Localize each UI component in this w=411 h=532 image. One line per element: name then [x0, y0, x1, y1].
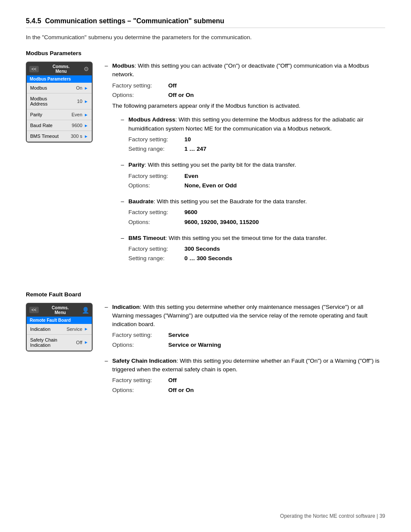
menu-row-parity[interactable]: Parity Even ►	[27, 109, 92, 120]
options-value: 1 … 247	[184, 145, 385, 153]
baudrate-text: Baudrate: With this setting you set the …	[128, 197, 385, 229]
remote-text-content: – Indication: With this setting you dete…	[105, 303, 385, 402]
row-name: Indication	[30, 327, 50, 332]
factory-value: 300 Seconds	[184, 245, 385, 253]
modbus-bullet-text: Modbus: With this setting you can activa…	[112, 62, 385, 271]
param-name: BMS Timeout	[128, 235, 165, 241]
options-label: Options:	[128, 218, 184, 227]
options-value: 0 … 300 Seconds	[184, 254, 385, 263]
dash: –	[121, 161, 125, 192]
factory-label: Factory setting:	[112, 376, 168, 385]
row-value: Service ►	[66, 327, 88, 332]
section-title: 5.4.5 Communication settings – "Communic…	[26, 17, 385, 28]
options-value: None, Even or Odd	[184, 181, 385, 190]
arrow-icon: ►	[84, 112, 88, 117]
modbus-note: The following parameters appear only if …	[112, 102, 385, 110]
remote-submenu-label: Remote Fault Board	[27, 317, 92, 324]
options-value: Off or On	[168, 386, 385, 395]
bullet-baudrate: – Baudrate: With this setting you set th…	[121, 197, 385, 229]
param-name: Indication	[112, 304, 140, 310]
menu-row-indication[interactable]: Indication Service ►	[27, 324, 92, 335]
header-title: Comms. Menu	[52, 305, 68, 315]
indication-text: Indication: With this setting you determ…	[112, 303, 385, 352]
dash: –	[121, 197, 125, 229]
bms-timeout-text: BMS Timeout: With this setting you set t…	[128, 234, 385, 265]
bullet-parity: – Parity: With this setting you set the …	[121, 161, 385, 192]
menu-row-modbus-address[interactable]: ModbusAddress 10 ►	[27, 93, 92, 109]
arrow-icon: ►	[84, 327, 88, 331]
remote-content-block: << Comms. Menu 👤 Remote Fault Board Indi…	[26, 303, 385, 402]
page-footer: Operating the Nortec ME control software…	[280, 513, 385, 519]
section-heading: Communication settings – "Communication"…	[45, 17, 224, 25]
header-title: Comms. Menu	[53, 64, 69, 74]
arrow-icon: ►	[84, 99, 88, 104]
arrow-icon: ►	[84, 123, 88, 128]
options-label: Options:	[128, 181, 184, 190]
safety-chain-params: Factory setting: Off Options: Off or On	[112, 376, 385, 395]
dash: –	[105, 357, 108, 397]
remote-device-ui: << Comms. Menu 👤 Remote Fault Board Indi…	[26, 303, 93, 402]
row-value: Even ►	[72, 112, 88, 117]
options-label: Options:	[112, 341, 168, 349]
param-name: Safety Chain Indication	[112, 358, 177, 364]
param-name: Baudrate	[128, 198, 154, 205]
factory-label: Factory setting:	[128, 208, 184, 217]
param-name: Parity	[128, 162, 145, 168]
bullet-indication: – Indication: With this setting you dete…	[105, 303, 385, 352]
menu-row-modbus[interactable]: Modbus On ►	[27, 83, 92, 93]
modbus-content-block: << Comms. Menu ⚙ Modbus Parameters Modbu…	[26, 62, 385, 276]
factory-value: Off	[168, 81, 385, 90]
factory-value: Off	[168, 376, 385, 385]
modbus-header: << Comms. Menu ⚙	[27, 62, 92, 75]
options-value: Off or On	[168, 91, 385, 100]
modbus-params: Factory setting: Off Options: Off or On	[112, 81, 385, 100]
remote-section: Remote Fault Board << Comms. Menu 👤 Remo…	[26, 291, 385, 402]
factory-value: Even	[184, 172, 385, 180]
row-value: 300 s ►	[71, 134, 88, 139]
arrow-icon: ►	[84, 134, 88, 139]
row-value: 9600 ►	[72, 123, 88, 128]
options-value: 9600, 19200, 39400, 115200	[184, 218, 385, 227]
safety-chain-text: Safety Chain Indication: With this setti…	[112, 357, 385, 397]
modbus-text-content: – Modbus: With this setting you can acti…	[105, 62, 385, 276]
row-name: Parity	[30, 112, 42, 117]
options-label: Setting range:	[128, 145, 184, 153]
bullet-modbus: – Modbus: With this setting you can acti…	[105, 62, 385, 271]
dash: –	[121, 234, 125, 265]
row-value: Off ►	[76, 340, 88, 345]
back-button[interactable]: <<	[29, 307, 39, 313]
row-value: On ►	[76, 85, 88, 90]
row-value: 10 ►	[77, 99, 88, 104]
options-label: Setting range:	[128, 254, 184, 263]
factory-label: Factory setting:	[112, 81, 168, 90]
modbus-address-params: Factory setting: 10 Setting range: 1 … 2…	[128, 135, 385, 154]
arrow-icon: ►	[84, 340, 88, 345]
remote-header: << Comms. Menu 👤	[27, 304, 92, 317]
factory-value: 9600	[184, 208, 385, 217]
menu-row-bms-timeout[interactable]: BMS Timeout 300 s ►	[27, 131, 92, 142]
back-button[interactable]: <<	[29, 66, 39, 72]
row-name: Safety ChainIndication	[30, 337, 57, 348]
options-label: Options:	[112, 386, 168, 395]
parity-text: Parity: With this setting you set the pa…	[128, 161, 385, 192]
options-value: Service or Warning	[168, 341, 385, 349]
factory-label: Factory setting:	[112, 331, 168, 339]
menu-row-baudrate[interactable]: Baud Rate 9600 ►	[27, 120, 92, 131]
row-name: Baud Rate	[30, 123, 53, 128]
settings-icon: ⚙	[84, 65, 89, 72]
modbus-address-text: Modbus Address: With this setting you de…	[128, 115, 385, 156]
bullet-modbus-address: – Modbus Address: With this setting you …	[121, 115, 385, 156]
parity-params: Factory setting: Even Options: None, Eve…	[128, 172, 385, 190]
modbus-section: Modbus Parameters << Comms. Menu ⚙ Modbu…	[26, 50, 385, 276]
dash: –	[105, 62, 108, 271]
bullet-safety-chain: – Safety Chain Indication: With this set…	[105, 357, 385, 397]
remote-screen: << Comms. Menu 👤 Remote Fault Board Indi…	[26, 303, 93, 352]
intro-text: In the "Communication" submenu you deter…	[26, 34, 385, 40]
remote-label: Remote Fault Board	[26, 291, 385, 298]
factory-value: 10	[184, 135, 385, 144]
menu-row-safety-chain[interactable]: Safety ChainIndication Off ►	[27, 335, 92, 351]
bms-timeout-params: Factory setting: 300 Seconds Setting ran…	[128, 245, 385, 263]
dash: –	[121, 115, 125, 156]
modbus-device-ui: << Comms. Menu ⚙ Modbus Parameters Modbu…	[26, 62, 93, 276]
modbus-screen: << Comms. Menu ⚙ Modbus Parameters Modbu…	[26, 62, 93, 143]
